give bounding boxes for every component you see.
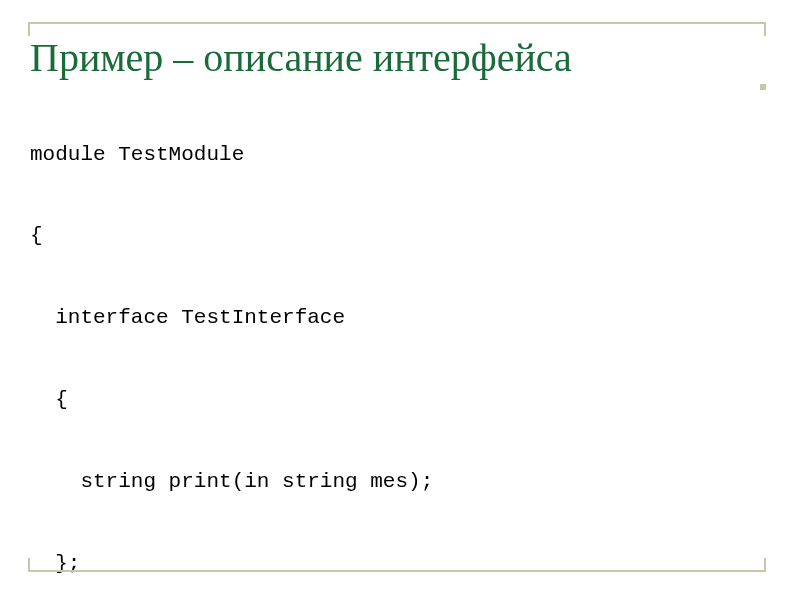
bottom-right-tick: [764, 558, 766, 572]
code-line: };: [30, 550, 770, 577]
code-line: {: [30, 222, 770, 249]
code-line: interface TestInterface: [30, 304, 770, 331]
slide-title: Пример – описание интерфейса: [24, 22, 776, 86]
bottom-rule: [28, 570, 766, 572]
code-line: {: [30, 386, 770, 413]
code-line: module TestModule: [30, 141, 770, 168]
idl-code-block: module TestModule { interface TestInterf…: [30, 86, 770, 600]
code-line: string print(in string mes);: [30, 468, 770, 495]
top-left-tick: [28, 22, 30, 36]
top-right-tick: [764, 22, 766, 36]
decor-dot: [760, 84, 766, 90]
bottom-left-tick: [28, 558, 30, 572]
top-rule: [28, 22, 766, 24]
slide-frame: Пример – описание интерфейса module Test…: [24, 22, 776, 578]
slide-body: module TestModule { interface TestInterf…: [24, 86, 776, 600]
